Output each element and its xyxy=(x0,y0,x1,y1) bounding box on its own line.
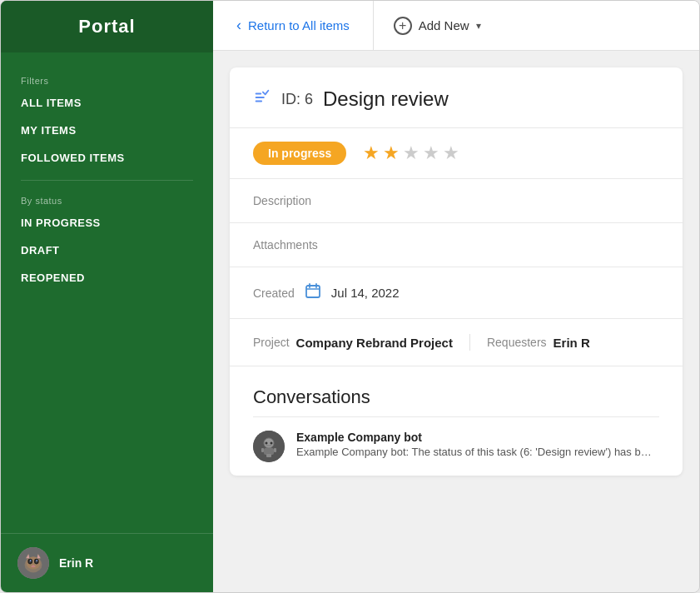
avatar xyxy=(17,547,49,579)
sidebar-item-followed-items[interactable]: FOLLOWED ITEMS xyxy=(1,144,213,172)
svg-rect-24 xyxy=(274,448,276,452)
requesters-label: Requesters xyxy=(487,336,547,349)
svg-point-7 xyxy=(30,560,32,561)
sidebar-item-all-items[interactable]: ALL ITEMS xyxy=(1,89,213,117)
top-bar: ‹ Return to All items + Add New ▾ xyxy=(213,1,699,51)
star-3: ★ xyxy=(403,142,420,164)
plus-icon: + xyxy=(394,17,412,35)
chevron-down-icon: ▾ xyxy=(476,20,481,32)
sidebar: Portal Filters ALL ITEMS MY ITEMS FOLLOW… xyxy=(1,1,213,592)
star-4: ★ xyxy=(423,142,439,164)
conversation-author: Example Company bot xyxy=(296,431,654,444)
created-date: Jul 14, 2022 xyxy=(331,286,400,300)
logo-container: Portal xyxy=(1,1,213,52)
attachments-label: Attachments xyxy=(253,238,659,252)
star-2: ★ xyxy=(383,142,400,164)
chevron-left-icon: ‹ xyxy=(236,17,241,34)
attachments-row: Attachments xyxy=(230,223,683,267)
description-row: Description xyxy=(230,179,683,223)
back-button[interactable]: ‹ Return to All items xyxy=(213,1,374,50)
user-name: Erin R xyxy=(59,556,93,570)
svg-point-8 xyxy=(37,560,38,561)
sidebar-item-in-progress[interactable]: IN PROGRESS xyxy=(1,209,213,237)
list-lines-icon xyxy=(253,88,271,110)
star-5: ★ xyxy=(443,142,459,164)
app-logo: Portal xyxy=(78,16,135,37)
project-value: Company Rebrand Project xyxy=(296,336,453,350)
back-label: Return to All items xyxy=(248,18,350,32)
bot-avatar xyxy=(253,431,285,462)
item-id-icon xyxy=(253,88,271,110)
sidebar-divider xyxy=(21,180,193,181)
item-title: Design review xyxy=(323,87,449,111)
filters-label: Filters xyxy=(1,69,213,89)
project-row: Project Company Rebrand Project Requeste… xyxy=(230,319,683,366)
created-row: Created Jul 14, 2022 xyxy=(230,267,683,319)
calendar-icon xyxy=(305,282,321,303)
sidebar-item-draft[interactable]: DRAFT xyxy=(1,237,213,264)
sidebar-item-my-items[interactable]: MY ITEMS xyxy=(1,117,213,144)
created-label: Created xyxy=(253,287,295,300)
item-id: ID: 6 xyxy=(281,91,313,108)
project-label: Project xyxy=(253,336,290,349)
detail-card: ID: 6 Design review In progress ★ ★ ★ ★ … xyxy=(230,67,683,476)
conversations-section: Conversations xyxy=(230,366,683,416)
svg-rect-16 xyxy=(306,286,320,297)
svg-point-27 xyxy=(271,442,273,445)
status-label: By status xyxy=(1,189,213,209)
item-header: ID: 6 Design review xyxy=(230,67,683,128)
svg-rect-25 xyxy=(266,454,271,457)
conversations-title: Conversations xyxy=(253,386,370,407)
content-area: ID: 6 Design review In progress ★ ★ ★ ★ … xyxy=(213,51,699,592)
status-row: In progress ★ ★ ★ ★ ★ xyxy=(230,128,683,179)
sidebar-nav: Filters ALL ITEMS MY ITEMS FOLLOWED ITEM… xyxy=(1,52,213,533)
add-new-button[interactable]: + Add New ▾ xyxy=(374,1,501,50)
user-profile[interactable]: Erin R xyxy=(1,533,213,592)
conversation-item: Example Company bot Example Company bot:… xyxy=(230,417,683,476)
star-rating[interactable]: ★ ★ ★ ★ ★ xyxy=(363,142,459,164)
conversation-content: Example Company bot Example Company bot:… xyxy=(296,431,654,458)
description-label: Description xyxy=(253,194,659,207)
star-1: ★ xyxy=(363,142,380,164)
main-content: ‹ Return to All items + Add New ▾ xyxy=(213,1,699,592)
project-divider xyxy=(469,334,470,351)
add-new-label: Add New xyxy=(419,18,469,32)
svg-rect-22 xyxy=(264,448,274,455)
svg-rect-23 xyxy=(261,448,264,452)
requesters-value: Erin R xyxy=(554,336,590,350)
sidebar-item-reopened[interactable]: REOPENED xyxy=(1,264,213,292)
conversation-text: Example Company bot: The status of this … xyxy=(296,446,654,458)
svg-point-26 xyxy=(266,442,268,445)
status-badge[interactable]: In progress xyxy=(253,142,346,165)
